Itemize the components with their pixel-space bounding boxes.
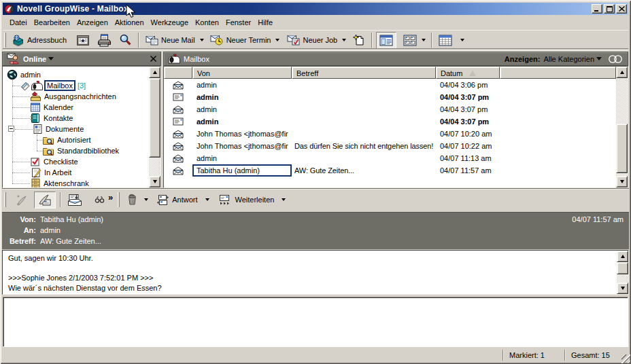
calendar-icon (30, 102, 41, 113)
open-item-button[interactable] (65, 192, 84, 208)
menu-werkzeuge[interactable]: Werkzeuge (148, 17, 192, 28)
new-task-icon (287, 35, 300, 46)
column-header-datum[interactable]: Datum (436, 67, 500, 79)
close-button[interactable] (616, 4, 627, 14)
message-from: admin (192, 93, 292, 101)
forward-dropdown[interactable] (282, 198, 286, 201)
tree-item-dokumente[interactable]: Dokumente (3, 124, 149, 134)
scrollbar-thumb[interactable] (616, 124, 628, 173)
column-header-betreff[interactable]: Betreff (292, 67, 436, 79)
view-calendar-dropdown[interactable] (460, 39, 464, 41)
categories-glasses-icon[interactable] (607, 54, 624, 64)
tree-item-kalender[interactable]: Kalender (3, 102, 149, 113)
more-buttons-chevron[interactable]: » (108, 192, 112, 202)
show-filter-dropdown[interactable] (596, 57, 602, 60)
tree-item-mailbox[interactable]: Mailbox [3] (3, 80, 149, 91)
wizard-button[interactable] (350, 32, 368, 48)
message-row[interactable]: John Thomas <jthomas@fir 04/07 10:20 am (164, 128, 616, 140)
quickviewer-toggle-button[interactable] (34, 192, 56, 208)
edit-pen-button[interactable] (13, 193, 30, 207)
search-icon (119, 34, 132, 47)
reply-dropdown[interactable] (205, 198, 209, 201)
scrollbar-thumb[interactable] (617, 262, 628, 274)
toolbar-grip[interactable] (118, 192, 120, 207)
tree-item-admin[interactable]: admin (3, 69, 149, 80)
list-panel-title[interactable]: Mailbox (184, 55, 209, 63)
column-header-blank[interactable] (500, 67, 616, 79)
tree-item-label: Aktenschrank (44, 179, 89, 187)
list-scrollbar[interactable] (616, 67, 628, 187)
maximize-button[interactable] (604, 4, 615, 14)
panel-close-button[interactable] (150, 54, 156, 64)
new-mail-button[interactable]: Neue Mail (143, 33, 198, 48)
toolbar-grip[interactable] (4, 33, 6, 48)
binoculars-button[interactable] (92, 194, 107, 205)
column-header-von[interactable]: Von (192, 67, 292, 79)
new-task-button[interactable]: Neuer Job (284, 33, 340, 48)
view-discussion-dropdown[interactable] (422, 39, 426, 41)
tree-item-standardbibliothek[interactable]: Standardbibliothek (3, 145, 149, 156)
view-quickviewer-toggle[interactable] (376, 32, 396, 49)
search-button[interactable] (116, 32, 135, 49)
scroll-down-button[interactable] (616, 176, 628, 187)
show-filter-value[interactable]: Alle Kategorien (543, 55, 594, 63)
menu-datei[interactable]: Datei (6, 17, 31, 28)
resize-grip[interactable] (621, 354, 630, 363)
address-book-button[interactable]: Adressbuch (9, 33, 69, 48)
message-row[interactable]: admin 04/04 3:06 pm (164, 79, 616, 91)
tree-scrollbar[interactable] (149, 67, 160, 187)
tree-item-aktenschrank[interactable]: Aktenschrank (3, 178, 149, 187)
forward-button[interactable]: Weiterleiten (217, 193, 277, 206)
new-appointment-button[interactable]: Neuer Termin (207, 33, 274, 48)
folder-tree: admin Mailbox [3] (3, 67, 149, 187)
message-row[interactable]: admin 04/04 3:07 pm (164, 103, 616, 115)
tree-item-autorisiert[interactable]: Autorisiert (3, 134, 149, 145)
view-discussion-button[interactable] (400, 33, 420, 48)
menu-bearbeiten[interactable]: Bearbeiten (31, 17, 73, 28)
menu-anzeigen[interactable]: Anzeigen (73, 17, 112, 28)
menu-fenster[interactable]: Fenster (222, 17, 254, 28)
print-icon (97, 34, 112, 47)
list-panel-header: Mailbox Anzeigen: Alle Kategorien (163, 52, 628, 66)
new-mail-dropdown[interactable] (200, 39, 204, 41)
message-row-selected[interactable]: Tabitha Hu (admin) AW: Gute Zeiten... 04… (164, 164, 616, 177)
scrollbar-thumb[interactable] (149, 78, 160, 158)
message-body-text[interactable]: Gut, sagen wir 10:30 Uhr. >>>Sophie Jone… (3, 251, 617, 294)
reply-button[interactable]: Antwort (154, 193, 199, 207)
message-row-unread[interactable]: admin 04/04 3:07 pm (164, 91, 616, 103)
delete-button[interactable] (124, 192, 140, 207)
message-from: John Thomas <jthomas@fir (192, 130, 292, 138)
online-dropdown[interactable] (48, 57, 54, 60)
horizontal-splitter[interactable] (2, 188, 629, 189)
new-mail-label: Neue Mail (161, 36, 195, 44)
scroll-up-button[interactable] (617, 251, 628, 262)
view-calendar-button[interactable] (436, 33, 455, 48)
scroll-down-button[interactable] (617, 283, 628, 294)
minimize-icon (594, 6, 600, 12)
attachment-pane[interactable] (3, 297, 628, 347)
new-appointment-dropdown[interactable] (275, 39, 279, 41)
scroll-up-button[interactable] (616, 67, 628, 78)
body-scrollbar[interactable] (617, 251, 628, 294)
scroll-down-button[interactable] (149, 176, 160, 187)
delete-dropdown[interactable] (144, 198, 148, 201)
application-window: Novell GroupWise - Mailbox Datei Bearbei… (0, 0, 631, 364)
toolbar-grip[interactable] (4, 192, 6, 207)
message-row[interactable]: admin 04/07 11:13 am (164, 152, 616, 164)
tree-item-ausgangsnachrichten[interactable]: Ausgangsnachrichten (3, 91, 149, 102)
tree-item-label: Dokumente (46, 125, 84, 133)
message-row-unread[interactable]: admin 04/04 3:07 pm (164, 115, 616, 128)
menu-konten[interactable]: Konten (192, 17, 222, 28)
tree-item-in-arbeit[interactable]: In Arbeit (3, 167, 149, 178)
quick-viewer-button[interactable] (73, 33, 92, 48)
minimize-button[interactable] (592, 4, 602, 14)
new-task-dropdown[interactable] (342, 39, 346, 41)
tree-item-kontakte[interactable]: Kontakte (3, 113, 149, 124)
menu-hilfe[interactable]: Hilfe (254, 17, 276, 28)
folder-panel-title[interactable]: Online (23, 55, 46, 63)
tree-item-checkliste[interactable]: Checkliste (3, 156, 149, 167)
scroll-up-button[interactable] (149, 67, 160, 78)
message-row[interactable]: John Thomas <jthomas@fir Das dürfen Sie … (164, 140, 616, 152)
column-header-icon[interactable] (164, 67, 192, 79)
print-button[interactable] (95, 32, 114, 49)
